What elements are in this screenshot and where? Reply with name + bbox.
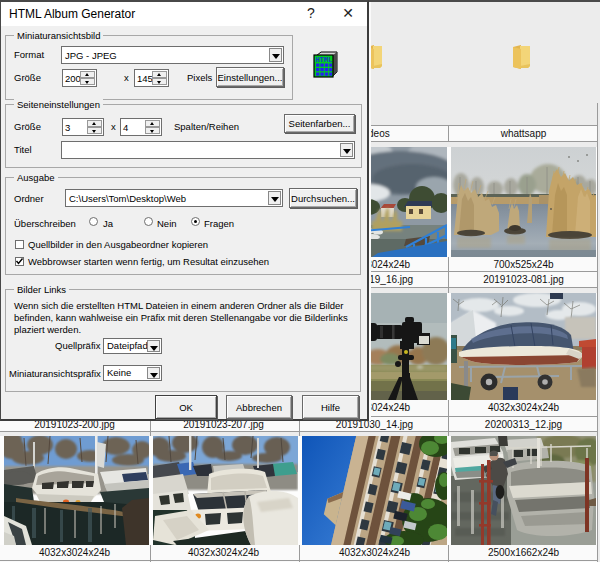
- svg-text:HTML: HTML: [315, 56, 332, 64]
